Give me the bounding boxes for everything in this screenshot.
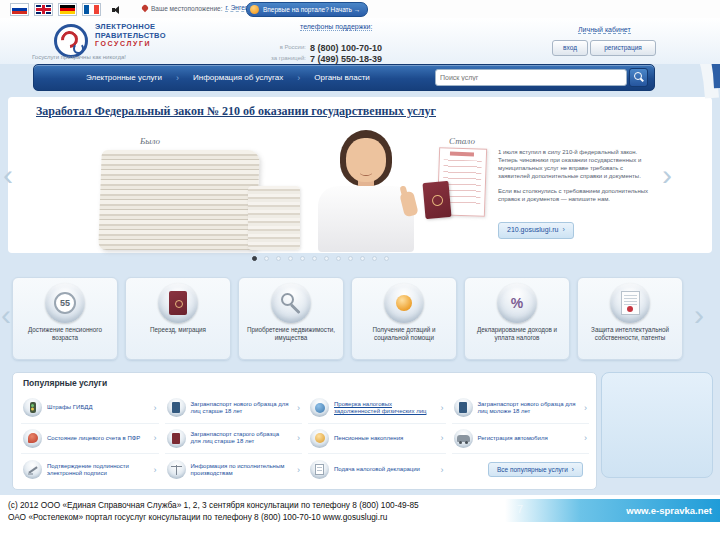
- pension-age-icon: 55: [45, 283, 85, 323]
- percent-icon: %: [497, 283, 537, 323]
- search-input[interactable]: [435, 69, 627, 86]
- chevron-right-icon: ›: [441, 433, 444, 443]
- tiles-next-button[interactable]: ›: [694, 300, 704, 330]
- passport-blue-icon: [454, 398, 473, 417]
- carousel-dot[interactable]: [312, 256, 317, 261]
- service-signature-check[interactable]: Подтверждение подлинности электронной по…: [21, 454, 159, 485]
- carousel-dot[interactable]: [276, 256, 281, 261]
- nav-electronic-services[interactable]: Электронные услуги: [86, 73, 162, 82]
- traffic-light-icon: [23, 398, 42, 417]
- banner-text: 1 июля вступил в силу 210-й федеральный …: [498, 148, 656, 210]
- service-passport-old-adult[interactable]: Загранпаспорт старого образца для лиц ст…: [165, 424, 303, 455]
- scales-icon: [167, 460, 186, 479]
- carousel-dot[interactable]: [252, 256, 257, 261]
- tile-pension-age[interactable]: 55 Достижение пенсионного возраста: [12, 277, 118, 360]
- france-flag-icon: [84, 5, 99, 14]
- chevron-right-icon: ›: [154, 465, 157, 475]
- nav-authorities[interactable]: Органы власти: [314, 73, 370, 82]
- chevron-right-icon: ›: [441, 403, 444, 413]
- first-time-button-label: Впервые на портале? Начать →: [263, 6, 360, 13]
- service-pension-savings[interactable]: Пенсионные накопления ›: [308, 424, 446, 455]
- flag-russia-button[interactable]: [10, 3, 29, 16]
- law210-site-button[interactable]: 210.gosuslugi.ru ›: [498, 222, 574, 239]
- location-selector[interactable]: Ваше местоположение: г. Энгельс: [142, 4, 255, 12]
- chevron-right-icon: ›: [297, 403, 300, 413]
- nav-services-info[interactable]: Информация об услугах: [193, 73, 283, 82]
- carousel-dot[interactable]: [300, 256, 305, 261]
- carousel-dot[interactable]: [348, 256, 353, 261]
- audio-version-icon[interactable]: [112, 5, 122, 15]
- register-button[interactable]: регистрация: [590, 40, 656, 56]
- service-tax-declaration[interactable]: Подача налоговой декларации ›: [308, 454, 446, 485]
- flag-germany-button[interactable]: [58, 3, 77, 16]
- support-phones-link[interactable]: телефоны поддержки:: [300, 23, 372, 31]
- banner-pagination: [252, 256, 389, 261]
- login-button[interactable]: вход: [552, 40, 588, 56]
- document-icon: [310, 460, 329, 479]
- service-pfr-account[interactable]: Состояние лицевого счета в ПФР ›: [21, 424, 159, 455]
- carousel-dot[interactable]: [324, 256, 329, 261]
- nav-separator-icon: ›: [176, 73, 179, 83]
- logo-line2: ПРАВИТЕЛЬСТВО: [95, 32, 166, 41]
- carousel-dot[interactable]: [264, 256, 269, 261]
- service-car-registration[interactable]: Регистрация автомобиля ›: [452, 424, 590, 455]
- all-popular-cell: Все популярные услуги ›: [452, 454, 590, 485]
- service-passport-new-adult[interactable]: Загранпаспорт нового образца для лиц ста…: [165, 393, 303, 424]
- chevron-right-icon: ›: [154, 403, 157, 413]
- service-gibdd-fines[interactable]: Штрафы ГИБДД ›: [21, 393, 159, 424]
- certificate-icon: [610, 283, 650, 323]
- pfr-logo-icon: [23, 429, 42, 448]
- location-label: Ваше местоположение:: [151, 5, 222, 12]
- first-time-button[interactable]: Впервые на портале? Начать →: [246, 2, 368, 17]
- eagle-emblem-icon: [54, 24, 88, 58]
- tile-migration[interactable]: Переезд, миграция: [125, 277, 231, 360]
- chevron-right-icon: ›: [584, 403, 587, 413]
- carousel-dot[interactable]: [384, 256, 389, 261]
- life-situations-carousel: 55 Достижение пенсионного возраста Перее…: [12, 277, 683, 360]
- search-box: [435, 68, 648, 87]
- portal-logo[interactable]: ЭЛЕКТРОННОЕ ПРАВИТЕЛЬСТВО ГОСУСЛУГИ: [95, 23, 166, 49]
- passport-blue-icon: [167, 398, 186, 417]
- search-icon: [634, 72, 642, 80]
- service-tax-debts[interactable]: Проверка налоговых задолженностей физиче…: [308, 393, 446, 424]
- news-headline-link[interactable]: Заработал Федеральный закон № 210 об ока…: [36, 104, 506, 119]
- service-enforcement-proceedings[interactable]: Информация по исполнительным производств…: [165, 454, 303, 485]
- all-popular-services-button[interactable]: Все популярные услуги ›: [488, 462, 583, 477]
- chevron-right-icon: ›: [154, 433, 157, 443]
- banner-prev-button[interactable]: ‹: [3, 160, 13, 190]
- chevron-right-icon: ›: [572, 466, 574, 473]
- carousel-dot[interactable]: [372, 256, 377, 261]
- flag-france-button[interactable]: [82, 3, 101, 16]
- tile-intellectual-property[interactable]: Защита интеллектуальной собственности, п…: [577, 277, 683, 360]
- service-passport-new-minor[interactable]: Загранпаспорт нового образца для лиц мол…: [452, 393, 590, 424]
- nav-separator-icon: ›: [297, 73, 300, 83]
- chevron-right-icon: ›: [297, 433, 300, 443]
- language-location-bar: Ваше местоположение: г. Энгельс Впервые …: [0, 0, 720, 18]
- carousel-dot[interactable]: [336, 256, 341, 261]
- car-icon: [454, 429, 473, 448]
- personal-account-link[interactable]: Личный кабинет: [578, 26, 631, 34]
- tile-real-estate[interactable]: Приобретение недвижимости, имущества: [238, 277, 344, 360]
- tile-taxes[interactable]: % Декларирование доходов и уплата налого…: [464, 277, 570, 360]
- phone-label: за границей:: [246, 55, 306, 61]
- side-widget-panel: [601, 372, 713, 478]
- popular-services-title: Популярные услуги: [23, 378, 107, 388]
- chevron-right-icon: ›: [441, 465, 444, 475]
- phone-number: 7 (499) 550-18-39: [310, 54, 382, 64]
- gosuslugi-portal-screenshot: Ваше местоположение: г. Энгельс Впервые …: [0, 0, 720, 495]
- passport-book: [422, 181, 451, 219]
- passport-red-icon: [167, 429, 186, 448]
- flag-uk-button[interactable]: [34, 3, 53, 16]
- banner-next-button[interactable]: ›: [662, 160, 672, 190]
- carousel-dot[interactable]: [360, 256, 365, 261]
- tile-social-aid[interactable]: Получение дотаций и социальной помощи: [351, 277, 457, 360]
- footer-brand-bar: 7 www.e-spravka.net: [505, 499, 720, 522]
- search-button[interactable]: [629, 68, 648, 87]
- main-navigation: Электронные услуги › Информация об услуг…: [33, 64, 655, 91]
- popular-services-grid: Штрафы ГИБДД › Состояние лицевого счета …: [21, 393, 589, 485]
- slide-page-number: 7: [517, 503, 523, 515]
- tiles-prev-button[interactable]: ‹: [1, 300, 11, 330]
- carousel-dot[interactable]: [288, 256, 293, 261]
- globe-icon: [310, 398, 329, 417]
- signature-icon: [23, 460, 42, 479]
